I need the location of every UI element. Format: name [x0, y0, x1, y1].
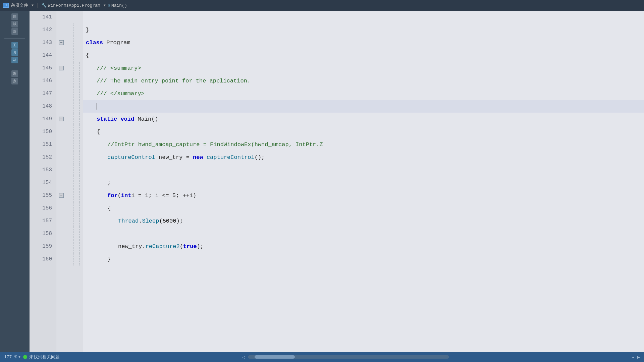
line-num-152: 152: [30, 151, 56, 164]
code-line-143[interactable]: class Program: [83, 36, 644, 49]
method-main: Main(): [138, 116, 158, 122]
code-line-148[interactable]: [83, 100, 644, 113]
editor-area[interactable]: 141 142 143 144 145 146 147 148 149 150 …: [30, 11, 644, 352]
line-num-153: 153: [30, 164, 56, 176]
zoom-control[interactable]: 177 % ▼: [4, 355, 20, 360]
sleep-args: (5000);: [159, 218, 183, 224]
indent-142: [66, 23, 83, 36]
code-line-157[interactable]: Thread . Sleep (5000);: [83, 215, 644, 227]
code-lines[interactable]: } class Program { /// <summary>: [83, 11, 644, 352]
indent-153: [66, 164, 83, 176]
scroll-left-icon[interactable]: ◁: [242, 354, 245, 360]
assign-op: =: [186, 154, 190, 161]
code-line-160[interactable]: }: [83, 253, 644, 265]
parens-ctor: ();: [255, 154, 265, 161]
sidebar-group-3: 断 点: [11, 69, 18, 86]
debug-icon2[interactable]: 试: [11, 21, 18, 27]
fold-145[interactable]: −: [56, 62, 66, 74]
fold-143[interactable]: −: [56, 36, 66, 49]
fold-152: [56, 151, 66, 164]
breadcrumb-separator1: |: [36, 2, 40, 8]
code-line-158[interactable]: [83, 227, 644, 240]
breakpoint-icon2[interactable]: 点: [11, 78, 18, 84]
tools-icon2[interactable]: 具: [11, 49, 18, 56]
tools-icon[interactable]: 工: [11, 42, 18, 49]
scrollbar-thumb[interactable]: [255, 355, 295, 359]
code-line-146[interactable]: /// The main entry point for the applica…: [83, 74, 644, 87]
indent-141: [66, 11, 83, 23]
indent-guides: [66, 11, 83, 352]
collapse-145[interactable]: −: [59, 66, 64, 70]
text-cursor: [97, 103, 97, 110]
collapse-155[interactable]: −: [59, 193, 64, 198]
dot-159: .: [142, 243, 145, 250]
collapse-149[interactable]: −: [59, 117, 64, 121]
code-line-151[interactable]: //IntPtr hwnd_amcap_capture = FindWindow…: [83, 138, 644, 151]
nav-icon[interactable]: ✦: [632, 354, 634, 360]
keyword-class: class: [86, 40, 103, 46]
keyword-for: for: [107, 192, 118, 199]
for-paren-open: (: [118, 192, 121, 199]
fold-151: [56, 138, 66, 151]
arrow-icon[interactable]: ▶: [637, 354, 640, 360]
file-dropdown-arrow[interactable]: ▼: [32, 4, 34, 7]
collapse-143[interactable]: −: [59, 40, 64, 45]
code-container: 141 142 143 144 145 146 147 148 149 150 …: [30, 11, 644, 352]
code-line-154[interactable]: ;: [83, 176, 644, 189]
debug-icon[interactable]: 调: [11, 13, 18, 20]
tools-icon3[interactable]: 箱: [11, 57, 18, 63]
line-numbers: 141 142 143 144 145 146 147 148 149 150 …: [30, 11, 56, 352]
breadcrumb-class[interactable]: 🔧 WinFormsApp1.Program: [42, 3, 100, 8]
line-num-154: 154: [30, 176, 56, 189]
fold-142: [56, 23, 66, 36]
dot-157: .: [139, 218, 142, 224]
sidebar-divider-2: [4, 67, 25, 67]
line-num-144: 144: [30, 49, 56, 62]
debug-icon3[interactable]: 器: [11, 28, 18, 35]
brace-close-160: }: [107, 256, 111, 262]
main-area: 调 试 器 工 具 箱 断 点 141 142 143 144 145 146: [0, 11, 644, 352]
code-line-153[interactable]: [83, 164, 644, 176]
breadcrumb-method[interactable]: ⚙ Main(): [108, 3, 127, 8]
fold-149[interactable]: −: [56, 113, 66, 125]
fold-141: [56, 11, 66, 23]
sidebar-divider-1: [4, 38, 25, 39]
status-scrollbar-area: ◁: [66, 354, 625, 360]
sidebar-group-1: 调 试 器: [11, 12, 18, 36]
line-num-148: 148: [30, 100, 56, 113]
code-line-147[interactable]: /// </summary>: [83, 87, 644, 100]
code-line-145[interactable]: /// <summary>: [83, 62, 644, 74]
indent-148: [66, 100, 83, 113]
code-line-156[interactable]: {: [83, 202, 644, 215]
indent-144: [66, 49, 83, 62]
class-dropdown-arrow[interactable]: ▼: [104, 4, 106, 7]
var-newtry-159: new_try: [118, 243, 142, 250]
code-line-155[interactable]: for ( int i = 1; i <= 5; ++i): [83, 189, 644, 202]
file-breadcrumb[interactable]: □ 杂项文件 ▼: [3, 2, 34, 8]
line-num-158: 158: [30, 227, 56, 240]
zoom-arrow[interactable]: ▼: [18, 355, 20, 359]
code-line-141[interactable]: [83, 11, 644, 23]
line-num-145: 145: [30, 62, 56, 74]
horizontal-scrollbar[interactable]: [248, 355, 449, 359]
indent-152: [66, 151, 83, 164]
comment-intptr: //IntPtr hwnd_amcap_capture = FindWindow…: [107, 141, 323, 148]
fold-155[interactable]: −: [56, 189, 66, 202]
status-message: 未找到相关问题: [29, 354, 60, 360]
breakpoint-icon[interactable]: 断: [11, 70, 18, 77]
file-icon: □: [3, 3, 9, 8]
fold-column: − − − −: [56, 11, 66, 352]
code-line-149[interactable]: static void Main(): [83, 113, 644, 125]
line-num-146: 146: [30, 74, 56, 87]
code-line-144[interactable]: {: [83, 49, 644, 62]
fold-150: [56, 125, 66, 138]
type-capture2: captureControl: [207, 154, 255, 161]
fold-146: [56, 74, 66, 87]
code-line-159[interactable]: new_try . reCapture2 ( true );: [83, 240, 644, 253]
semicolon-154: ;: [107, 180, 111, 186]
code-line-152[interactable]: captureControl new_try = new captureCont…: [83, 151, 644, 164]
code-line-150[interactable]: {: [83, 125, 644, 138]
code-line-142[interactable]: }: [83, 23, 644, 36]
brace-open-156: {: [107, 205, 111, 212]
class-thread: Thread: [118, 218, 139, 224]
